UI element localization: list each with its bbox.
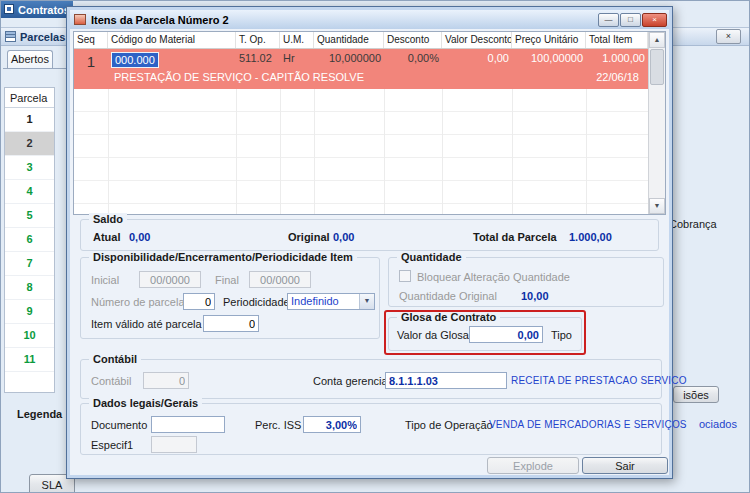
grid-gridline <box>108 89 109 214</box>
perc-iss-field[interactable] <box>303 416 361 433</box>
disponibilidade-group-title: Disponibilidade/Encerramento/Periodicida… <box>89 251 357 263</box>
grid-cell-valor-desconto[interactable]: 0,00 <box>442 52 512 68</box>
parcela-row-7[interactable]: 7 <box>5 252 54 276</box>
perc-iss-label: Perc. ISS <box>255 419 301 431</box>
quantidade-original-value: 10,00 <box>521 290 549 302</box>
tab-abertos[interactable]: Abertos <box>7 50 53 69</box>
items-dialog: Itens da Parcela Número 2 — □ × Seq Códi… <box>66 6 673 479</box>
grid-empty-area[interactable] <box>74 89 648 214</box>
codigo-selected-text[interactable]: 000.000 <box>111 52 159 68</box>
minimize-icon: — <box>605 15 613 24</box>
contabil-field[interactable] <box>143 372 189 389</box>
parcela-row-5[interactable]: 5 <box>5 204 54 228</box>
grid-cell-top[interactable]: 511.02 <box>236 52 280 68</box>
valor-glosa-field[interactable] <box>469 326 543 343</box>
saldo-group-title: Saldo <box>89 213 127 225</box>
chevron-down-icon[interactable]: ▼ <box>359 294 374 309</box>
dialog-titlebar[interactable]: Itens da Parcela Número 2 — □ × <box>70 10 669 29</box>
scroll-up-button[interactable]: ▲ <box>649 32 665 48</box>
app-title: Contratos <box>18 4 70 16</box>
dialog-title: Itens da Parcela Número 2 <box>91 14 229 26</box>
num-parcelas-label: Número de parcelas <box>91 296 190 308</box>
grid-col-preco-unitario[interactable]: Preço Unitário <box>512 32 586 48</box>
num-parcelas-field[interactable] <box>183 293 215 310</box>
parcela-row-10[interactable]: 10 <box>5 324 54 348</box>
bloquear-checkbox[interactable] <box>399 270 411 282</box>
parcelas-window-icon <box>5 31 16 42</box>
explode-button[interactable]: Explode <box>487 457 579 474</box>
conta-gerencial-field[interactable] <box>385 372 507 389</box>
contabil-group-title: Contábil <box>89 353 141 365</box>
grid-col-codigo[interactable]: Código do Material <box>108 32 236 48</box>
parcela-row-8[interactable]: 8 <box>5 276 54 300</box>
quantidade-original-label: Quantidade Original <box>399 290 497 302</box>
minimize-button[interactable]: — <box>598 13 619 27</box>
comissoes-button[interactable]: isões <box>673 386 719 403</box>
grid-vertical-scrollbar[interactable]: ▲ ▼ <box>648 32 665 214</box>
saldo-atual-label: Atual <box>93 231 121 243</box>
glosa-group-title: Glosa de Contrato <box>397 311 500 323</box>
dados-legais-group: Dados legais/Gerais Documento Perc. ISS … <box>80 403 662 455</box>
grid-cell-um[interactable]: Hr <box>280 52 314 68</box>
parcela-row-4[interactable]: 4 <box>5 180 54 204</box>
cobranca-label: Cobrança <box>669 218 717 230</box>
grid-col-total-item[interactable]: Total Item <box>586 32 648 48</box>
scrollbar-thumb[interactable] <box>650 49 664 85</box>
grid-gridline <box>442 89 443 214</box>
grid-col-desconto[interactable]: Desconto <box>384 32 442 48</box>
grid-col-quantidade[interactable]: Quantidade <box>314 32 384 48</box>
grid-header-row: Seq Código do Material T. Op. U.M. Quant… <box>74 32 665 49</box>
periodicidade-select[interactable]: Indefinido ▼ <box>287 293 375 310</box>
grid-cell-preco-unitario[interactable]: 100,00000 <box>512 52 586 68</box>
parcela-row-2-selected[interactable]: 2 <box>5 132 54 156</box>
app-titlebar: Contratos <box>1 1 73 18</box>
tab-baseline <box>3 68 66 69</box>
grid-col-top[interactable]: T. Op. <box>236 32 280 48</box>
tipo-operacao-label: Tipo de Operação <box>405 419 493 431</box>
parcela-row-9[interactable]: 9 <box>5 300 54 324</box>
quantidade-group: Quantidade Bloquear Alteração Quantidade… <box>388 257 664 307</box>
associados-link[interactable]: ociados <box>699 418 737 430</box>
inicial-field[interactable] <box>139 271 201 288</box>
app-icon <box>4 4 14 14</box>
scroll-down-button[interactable]: ▼ <box>649 198 665 214</box>
contabil-label: Contábil <box>91 375 131 387</box>
parcela-row-11[interactable]: 11 <box>5 348 54 372</box>
grid-cell-descricao: PRESTAÇÃO DE SERVIÇO - CAPITÃO RESOLVE <box>114 71 364 83</box>
grid-cell-total-item[interactable]: 1.000,00 <box>586 52 648 68</box>
item-valido-label: Item válido até parcela <box>91 318 202 330</box>
grid-col-seq[interactable]: Seq <box>74 32 108 48</box>
grid-row-selected[interactable]: 1 000.000 511.02 Hr 10,000000 0,00% 0,00… <box>74 49 665 89</box>
grid-col-valor-desconto[interactable]: Valor Desconto <box>442 32 512 48</box>
grid-cell-desconto[interactable]: 0,00% <box>384 52 442 68</box>
parcela-row-3[interactable]: 3 <box>5 156 54 180</box>
especif1-field[interactable] <box>151 436 197 453</box>
grid-cell-seq: 1 <box>74 53 108 70</box>
grid-gridline <box>280 89 281 214</box>
close-button[interactable]: × <box>642 13 667 27</box>
documento-label: Documento <box>91 419 147 431</box>
grid-cell-quantidade[interactable]: 10,000000 <box>314 52 384 68</box>
valor-glosa-label: Valor da Glosa <box>397 329 469 341</box>
parcela-row-1[interactable]: 1 <box>5 108 54 132</box>
final-field[interactable] <box>249 271 311 288</box>
sair-button[interactable]: Sair <box>582 457 668 474</box>
inicial-label: Inicial <box>91 274 119 286</box>
items-grid: Seq Código do Material T. Op. U.M. Quant… <box>73 31 666 215</box>
parcelas-close-button[interactable]: × <box>716 29 741 44</box>
maximize-button[interactable]: □ <box>620 13 641 27</box>
scroll-down-icon: ▼ <box>654 202 661 209</box>
parcela-row-6[interactable]: 6 <box>5 228 54 252</box>
disponibilidade-group: Disponibilidade/Encerramento/Periodicida… <box>80 257 380 339</box>
periodicidade-value: Indefinido <box>288 294 359 309</box>
documento-field[interactable] <box>151 416 225 433</box>
conta-gerencial-label: Conta gerencial <box>313 375 390 387</box>
tipo-operacao-value: VENDA DE MERCADORIAS E SERVIÇOS <box>489 419 687 430</box>
grid-cell-codigo[interactable]: 000.000 <box>108 52 236 68</box>
dialog-body: Seq Código do Material T. Op. U.M. Quant… <box>70 29 669 475</box>
grid-col-um[interactable]: U.M. <box>280 32 314 48</box>
app-window: Contratos Parcelas d... × Abertos Parcel… <box>0 0 750 493</box>
item-valido-field[interactable] <box>203 315 259 332</box>
grid-cell-data: 22/06/18 <box>596 71 639 83</box>
periodicidade-label: Periodicidade <box>223 296 290 308</box>
